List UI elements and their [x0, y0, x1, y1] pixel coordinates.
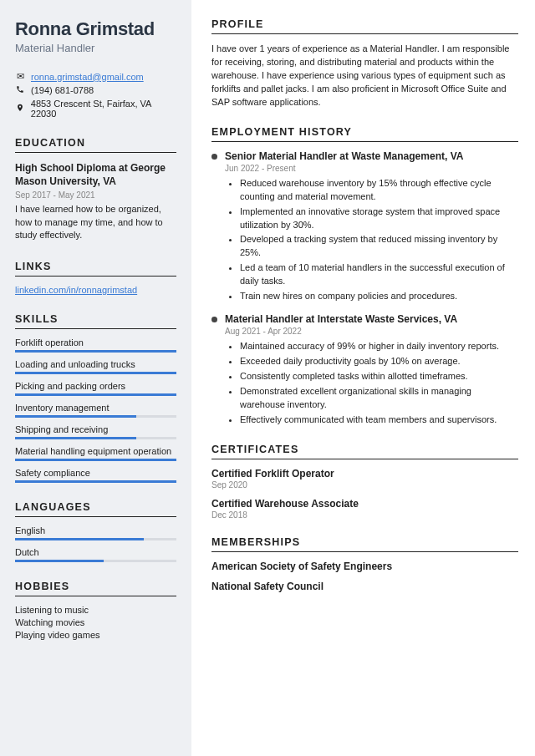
progress-bar [15, 459, 176, 461]
divider [15, 596, 176, 596]
certificates-list: Certified Forklift OperatorSep 2020Certi… [211, 468, 518, 520]
progress-bar [15, 437, 176, 439]
certificate-date: Dec 2018 [211, 510, 518, 520]
memberships-list: American Society of Safety EngineersNati… [211, 561, 518, 592]
progress-fill [15, 459, 176, 461]
progress-fill [15, 437, 136, 439]
skill-item-label: Picking and packing orders [15, 381, 176, 391]
hobby-item: Listening to music [15, 605, 176, 615]
external-link[interactable]: linkedin.com/in/ronnagrimstad [15, 285, 176, 295]
job-title: Senior Material Handler at Waste Managem… [225, 150, 518, 162]
certificate-date: Sep 2020 [211, 480, 518, 490]
certificates-heading: CERTIFICATES [211, 444, 518, 455]
language-item-label: English [15, 525, 176, 535]
job-bullets: Maintained accuracy of 99% or higher in … [225, 340, 518, 427]
hobby-item: Watching movies [15, 617, 176, 627]
skill-item: Loading and unloading trucks [15, 359, 176, 374]
profile-heading: PROFILE [211, 18, 518, 30]
education-dates: Sep 2017 - May 2021 [15, 190, 176, 200]
progress-fill [15, 372, 176, 374]
hobby-item: Playing video games [15, 630, 176, 640]
person-name: Ronna Grimstad [15, 18, 176, 40]
progress-fill [15, 480, 176, 483]
resume-page: Ronna Grimstad Material Handler ✉ ronna.… [0, 0, 535, 756]
membership-item: American Society of Safety Engineers [211, 561, 518, 572]
divider [211, 141, 518, 142]
skills-list: Forklift operationLoading and unloading … [15, 337, 176, 483]
skill-item-label: Forklift operation [15, 337, 176, 348]
phone-icon [15, 85, 25, 95]
phone-text: (194) 681-0788 [31, 85, 94, 95]
job-title: Material Handler [15, 42, 176, 54]
job-bullet: Reduced warehouse inventory by 15% throu… [240, 177, 518, 204]
progress-bar [15, 415, 176, 418]
job-entry: Senior Material Handler at Waste Managem… [211, 150, 518, 303]
progress-fill [15, 415, 136, 418]
sidebar: Ronna Grimstad Material Handler ✉ ronna.… [0, 0, 191, 756]
languages-heading: LANGUAGES [15, 501, 176, 513]
links-list: linkedin.com/in/ronnagrimstad [15, 285, 176, 295]
skill-item: Picking and packing orders [15, 381, 176, 396]
jobs-list: Senior Material Handler at Waste Managem… [211, 150, 518, 427]
skills-heading: SKILLS [15, 313, 176, 325]
skill-item: Inventory management [15, 403, 176, 418]
hobbies-list: Listening to musicWatching moviesPlaying… [15, 605, 176, 640]
hobbies-heading: HOBBIES [15, 581, 176, 592]
divider [15, 516, 176, 517]
languages-list: EnglishDutch [15, 525, 176, 562]
progress-bar [15, 350, 176, 353]
membership-item: National Safety Council [211, 581, 518, 592]
language-item: English [15, 525, 176, 540]
job-entry: Material Handler at Interstate Waste Ser… [211, 313, 518, 427]
divider [211, 551, 518, 552]
progress-fill [15, 560, 104, 562]
job-bullet: Developed a tracking system that reduced… [240, 233, 518, 260]
skill-item-label: Safety compliance [15, 468, 176, 478]
skill-item-label: Loading and unloading trucks [15, 359, 176, 369]
divider [15, 276, 176, 277]
skill-item: Material handling equipment operation [15, 446, 176, 461]
skill-item-label: Inventory management [15, 403, 176, 413]
skill-item: Safety compliance [15, 468, 176, 483]
job-bullet: Maintained accuracy of 99% or higher in … [240, 340, 518, 353]
certificate-title: Certified Warehouse Associate [211, 498, 518, 510]
job-dates: Jun 2022 - Present [225, 164, 518, 173]
memberships-heading: MEMBERSHIPS [211, 536, 518, 548]
progress-bar [15, 393, 176, 396]
skill-item: Shipping and receiving [15, 424, 176, 439]
job-bullets: Reduced warehouse inventory by 15% throu… [225, 177, 518, 303]
job-bullet: Demonstrated excellent organizational sk… [240, 385, 518, 412]
progress-fill [15, 350, 176, 353]
job-bullet: Effectively communicated with team membe… [240, 414, 518, 427]
email-link[interactable]: ronna.grimstad@gmail.com [31, 72, 144, 82]
job-dates: Aug 2021 - Apr 2022 [225, 327, 518, 336]
job-bullet: Consistently completed tasks within allo… [240, 370, 518, 383]
job-title: Material Handler at Interstate Waste Ser… [225, 313, 518, 325]
divider [211, 33, 518, 34]
email-icon: ✉ [15, 71, 25, 82]
divider [15, 328, 176, 329]
certificate-title: Certified Forklift Operator [211, 468, 518, 479]
divider [211, 459, 518, 459]
progress-bar [15, 372, 176, 374]
progress-bar [15, 480, 176, 483]
employment-heading: EMPLOYMENT HISTORY [211, 126, 518, 138]
job-bullet: Implemented an innovative storage system… [240, 205, 518, 232]
education-desc: I have learned how to be organized, how … [15, 203, 176, 241]
language-item-label: Dutch [15, 547, 176, 557]
progress-fill [15, 393, 176, 396]
skill-item-label: Shipping and receiving [15, 424, 176, 434]
progress-fill [15, 538, 144, 540]
progress-bar [15, 538, 176, 540]
job-bullet: Train new hires on company policies and … [240, 290, 518, 303]
location-icon [15, 103, 25, 114]
job-bullet: Exceeded daily productivity goals by 10%… [240, 355, 518, 368]
progress-bar [15, 560, 176, 562]
contact-email-row: ✉ ronna.grimstad@gmail.com [15, 71, 176, 82]
contact-phone-row: (194) 681-0788 [15, 85, 176, 95]
education-title: High School Diploma at George Mason Univ… [15, 161, 176, 188]
main-column: PROFILE I have over 1 years of experienc… [191, 0, 535, 756]
address-text: 4853 Crescent St, Fairfax, VA 22030 [31, 99, 176, 119]
job-bullet: Led a team of 10 material handlers in th… [240, 261, 518, 288]
education-heading: EDUCATION [15, 137, 176, 149]
